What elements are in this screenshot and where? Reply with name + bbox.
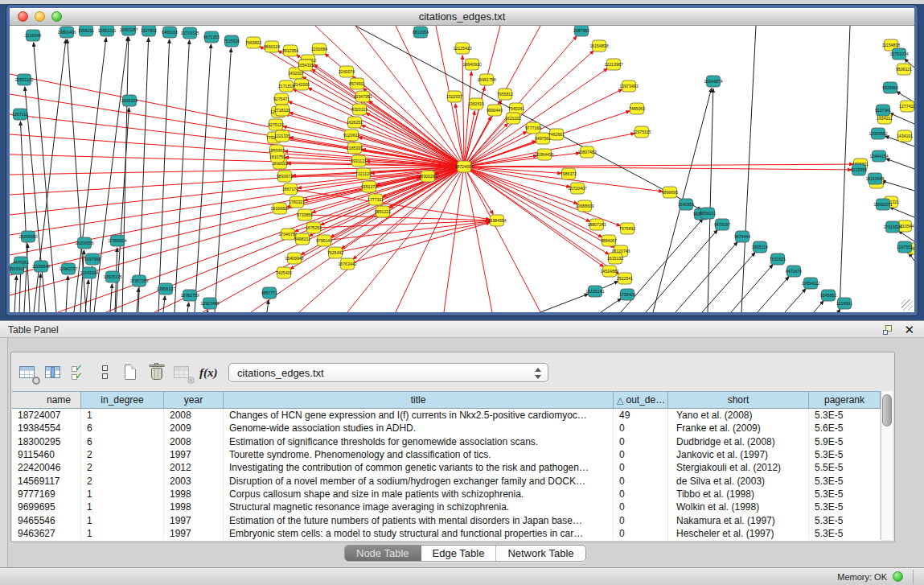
graph-node[interactable]: 1640954: [678, 199, 694, 210]
graph-node[interactable]: 15751074: [889, 48, 908, 60]
table-row[interactable]: 946554611997Estimation of the future num…: [12, 513, 881, 526]
graph-node[interactable]: 7221120: [355, 168, 372, 179]
graph-node[interactable]: 11643194: [80, 267, 99, 278]
graph-node[interactable]: 15409948: [285, 253, 303, 264]
graph-node[interactable]: 13505135: [103, 271, 121, 282]
table-select-dropdown[interactable]: citations_edges.txt: [228, 363, 548, 382]
graph-node[interactable]: 1558211: [78, 26, 94, 36]
graph-node[interactable]: 4275122: [268, 119, 284, 130]
new-attribute-button[interactable]: [119, 360, 143, 385]
graph-node[interactable]: 9777169: [525, 122, 541, 134]
graph-node[interactable]: 1626251: [347, 117, 363, 128]
graph-node[interactable]: 10719135: [180, 27, 199, 39]
graph-node[interactable]: 18807243: [587, 219, 606, 230]
graph-node[interactable]: 7955812: [497, 89, 513, 100]
graph-node[interactable]: 17016504: [883, 221, 901, 233]
graph-node[interactable]: 16644874: [704, 76, 722, 87]
table-row[interactable]: 1830029562008Estimation of significance …: [12, 435, 881, 448]
graph-node[interactable]: 2905334: [121, 95, 138, 106]
table-row[interactable]: 977716911998Corpus callosum shape and si…: [12, 488, 881, 501]
graph-node[interactable]: 16782759: [180, 290, 199, 301]
resize-grip-icon[interactable]: [901, 299, 913, 311]
graph-node[interactable]: 2935114: [752, 241, 768, 253]
table-row[interactable]: 1456911722003Disruption of a novel membe…: [12, 474, 881, 487]
graph-node[interactable]: 1224501: [836, 298, 852, 309]
delete-attribute-button[interactable]: [145, 360, 169, 385]
graph-node[interactable]: 18724007: [454, 161, 473, 172]
graph-node[interactable]: 1267211: [12, 109, 28, 120]
graph-node[interactable]: 19166827: [270, 203, 289, 214]
graph-node[interactable]: 9245852: [820, 290, 836, 301]
graph-node[interactable]: 2200684: [311, 43, 327, 55]
graph-node[interactable]: 7663822: [245, 37, 261, 48]
function-builder-icon[interactable]: f(x): [199, 366, 218, 380]
graph-node[interactable]: 15135141: [585, 286, 604, 297]
graph-node[interactable]: 9227341: [875, 105, 891, 116]
graph-node[interactable]: 9833672: [277, 171, 293, 182]
graph-node[interactable]: 12942737: [59, 263, 77, 274]
graph-node[interactable]: 8660124: [264, 41, 280, 52]
graph-node[interactable]: 1322037: [446, 91, 462, 102]
graph-node[interactable]: 1783321: [289, 196, 305, 208]
graph-node[interactable]: 1621022: [505, 113, 521, 124]
graph-node[interactable]: 7425402: [276, 267, 292, 278]
graph-node[interactable]: 7975692: [619, 223, 635, 234]
graph-node[interactable]: 2867170: [282, 183, 298, 195]
graph-node[interactable]: 6466160: [162, 27, 178, 38]
graph-node[interactable]: 20891406: [57, 27, 76, 38]
graph-node[interactable]: 20364436: [535, 149, 553, 160]
graph-node[interactable]: 12125413: [453, 43, 471, 54]
graph-node[interactable]: 10958107: [156, 283, 175, 295]
vertical-scrollbar[interactable]: [881, 391, 893, 540]
network-canvas[interactable]: 1872400712125413166409101696175879558121…: [10, 26, 914, 312]
tab-network-table[interactable]: Network Table: [496, 546, 585, 561]
graph-node[interactable]: 15720407: [568, 183, 586, 194]
graph-node[interactable]: 12975115: [633, 126, 651, 138]
graph-node[interactable]: 1277411: [899, 101, 914, 112]
graph-node[interactable]: 6899695: [662, 187, 678, 198]
graph-node[interactable]: 9506121: [896, 64, 912, 75]
graph-node[interactable]: 17357253: [129, 275, 148, 286]
graph-node[interactable]: 9351271: [361, 181, 377, 192]
memory-status-dot[interactable]: [893, 571, 903, 582]
graph-node[interactable]: 8912954: [282, 45, 298, 56]
graph-node[interactable]: 16640910: [462, 59, 481, 70]
column-header-year[interactable]: year: [164, 392, 224, 408]
column-header-name[interactable]: name: [12, 392, 81, 408]
graph-node[interactable]: 7485063: [629, 103, 645, 114]
graph-node[interactable]: 9397588: [84, 253, 101, 265]
graph-node[interactable]: 7625442: [327, 247, 343, 258]
graph-node[interactable]: 9884067: [601, 235, 617, 246]
graph-node[interactable]: 6671355: [203, 31, 220, 43]
graph-node[interactable]: 10807483: [577, 146, 596, 158]
graph-node[interactable]: 10347951: [353, 91, 372, 102]
graph-node[interactable]: 12923468: [200, 298, 219, 309]
table-row[interactable]: 911546021997Tourette syndrome. Phenomeno…: [12, 448, 881, 461]
graph-node[interactable]: 20206556: [75, 237, 93, 249]
graph-node[interactable]: 1654335: [298, 60, 314, 71]
graph-node[interactable]: 10654112: [802, 278, 820, 289]
graph-node[interactable]: 7515526: [224, 35, 240, 47]
graph-node[interactable]: 1675250: [306, 222, 322, 233]
table-row[interactable]: 1938455462009Genome-wide association stu…: [12, 422, 881, 435]
graph-node[interactable]: 16961758: [477, 74, 495, 85]
graph-node[interactable]: 16154838: [589, 40, 608, 51]
graph-node[interactable]: 2142005: [294, 79, 310, 90]
column-header-pagerank[interactable]: pagerank: [809, 392, 881, 408]
row-height-button[interactable]: [93, 360, 117, 385]
graph-node[interactable]: 18300295: [418, 171, 437, 182]
graph-node[interactable]: 26206550: [18, 231, 37, 242]
graph-node[interactable]: 7462661: [548, 129, 565, 140]
network-view-window[interactable]: citations_edges.txt 18724007121254131664…: [6, 5, 918, 315]
graph-node[interactable]: 2240074: [339, 66, 355, 77]
graph-node[interactable]: 2185330: [347, 142, 363, 154]
table-mode-button[interactable]: [16, 360, 40, 385]
graph-node[interactable]: 1362615: [468, 98, 484, 109]
graph-node[interactable]: 1615132: [607, 253, 623, 264]
graph-node[interactable]: 2087682: [573, 26, 589, 36]
graph-node[interactable]: 1434191: [897, 130, 913, 142]
graph-node[interactable]: 11156849: [32, 261, 50, 272]
close-panel-icon[interactable]: ✕: [904, 323, 914, 337]
graph-node[interactable]: 2522541: [617, 273, 633, 284]
graph-node[interactable]: 8471676: [786, 266, 802, 277]
